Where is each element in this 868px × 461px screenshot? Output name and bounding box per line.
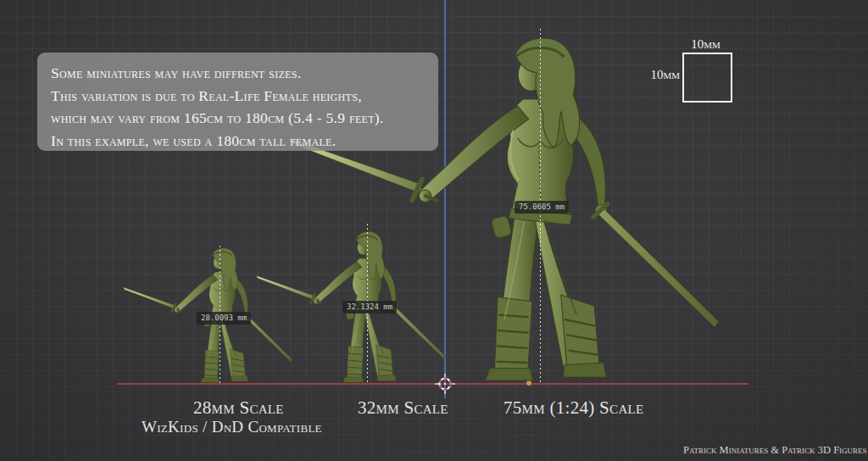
reference-square-top-label: 10mm: [681, 37, 731, 52]
measurement-label-28mm: 28.0093 mm: [197, 312, 251, 325]
scale-label-32mm: 32mm Scale: [358, 397, 448, 419]
scale-label-75mm: 75mm (1:24) Scale: [504, 397, 643, 419]
measurement-label-75mm: 75.0605 mm: [515, 201, 569, 214]
reference-square-side-label: 10mm: [644, 68, 680, 82]
measurement-label-32mm: 32.1324 mm: [342, 301, 397, 314]
reference-square: [682, 53, 732, 103]
info-line-3: which may vary from 165cm to 180cm (5.4 …: [51, 107, 425, 130]
info-line-1: Some miniatures may have diffrent sizes.: [51, 62, 425, 85]
info-box: Some miniatures may have diffrent sizes.…: [37, 53, 438, 151]
watermark-text: Patrick Miniatures & Patrick 3D Figures: [683, 444, 861, 457]
scale-sublabel-wizkids: WizKids / DnD Compatible: [142, 418, 322, 436]
info-line-4: In this example, we used a 180cm tall fe…: [51, 130, 425, 153]
viewport-3d[interactable]: Some miniatures may have diffrent sizes.…: [0, 0, 868, 461]
scale-label-28mm: 28mm Scale: [193, 397, 284, 419]
info-line-2: This variation is due to Real-Life Femal…: [51, 85, 425, 108]
cursor-3d[interactable]: [434, 373, 456, 395]
